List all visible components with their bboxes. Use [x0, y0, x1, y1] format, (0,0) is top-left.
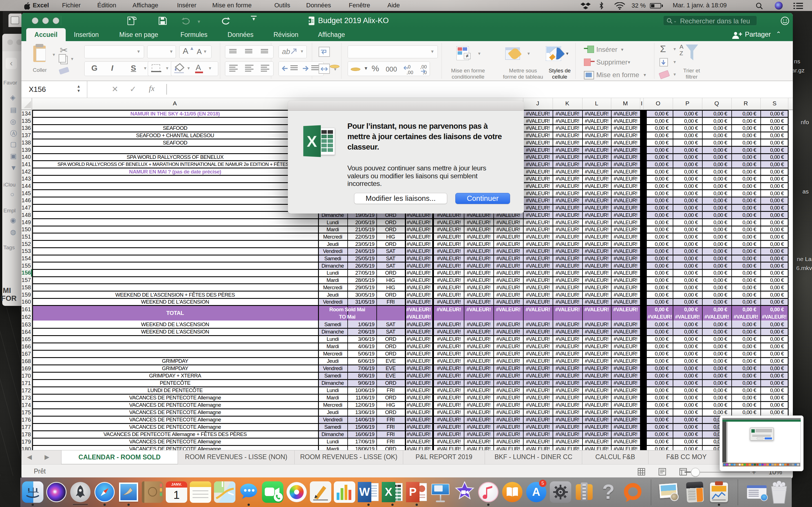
svg-text:x: x [308, 19, 310, 23]
